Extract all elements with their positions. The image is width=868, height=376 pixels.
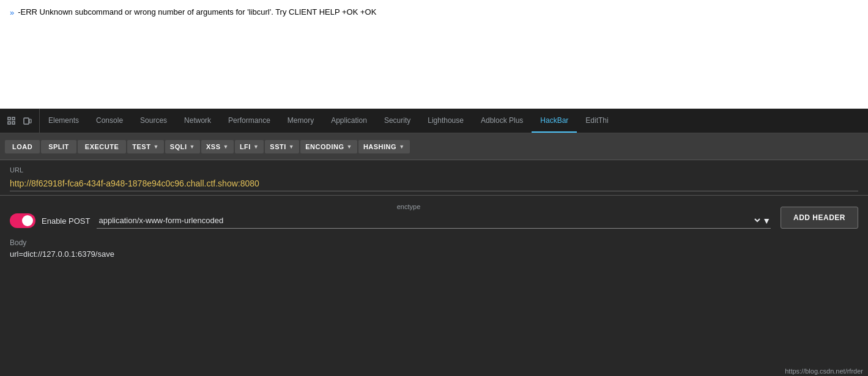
lfi-dropdown-arrow: ▼ <box>253 144 259 150</box>
status-bar: https://blog.csdn.net/rfrder <box>780 366 868 376</box>
ssti-dropdown-button[interactable]: SSTI ▼ <box>265 140 299 153</box>
post-left-group: enctype Enable POST application/x-www-fo… <box>10 203 771 229</box>
body-value[interactable]: url=dict://127.0.0.1:6379/save <box>10 249 858 259</box>
add-header-button[interactable]: ADD HEADER <box>781 207 858 229</box>
status-link[interactable]: https://blog.csdn.net/rfrder <box>785 367 863 375</box>
hackbar-content: LOAD SPLIT EXECUTE TEST ▼ SQLI ▼ XSS ▼ L… <box>0 133 868 376</box>
tab-sources[interactable]: Sources <box>132 109 176 133</box>
url-section: URL http://8f62918f-fca6-434f-a948-1878e… <box>0 160 868 196</box>
encoding-label: ENCODING <box>305 143 344 150</box>
sqli-label: SQLI <box>170 143 187 150</box>
xss-label: XSS <box>206 143 221 150</box>
hackbar-toolbar: LOAD SPLIT EXECUTE TEST ▼ SQLI ▼ XSS ▼ L… <box>0 133 868 160</box>
enable-post-toggle[interactable] <box>10 213 35 228</box>
enctype-label: enctype <box>46 203 771 210</box>
encoding-dropdown-arrow: ▼ <box>346 144 352 150</box>
ssti-dropdown-arrow: ▼ <box>289 144 294 150</box>
svg-rect-4 <box>24 118 29 124</box>
enctype-select[interactable]: application/x-www-form-urlencoded multip… <box>97 213 763 228</box>
browser-content-area: » -ERR Unknown subcommand or wrong numbe… <box>0 0 868 109</box>
select-arrow-icon: ▼ <box>762 216 771 226</box>
post-row: Enable POST application/x-www-form-urlen… <box>10 213 771 229</box>
tab-hackbar[interactable]: HackBar <box>532 109 577 133</box>
toggle-thumb <box>22 215 33 226</box>
sqli-dropdown-arrow: ▼ <box>190 144 195 150</box>
svg-rect-2 <box>12 117 15 120</box>
svg-rect-1 <box>8 122 10 124</box>
body-label: Body <box>10 238 858 247</box>
device-toolbar-icon[interactable] <box>21 114 34 128</box>
xss-dropdown-arrow: ▼ <box>223 144 228 150</box>
toggle-track <box>10 213 35 228</box>
tab-network[interactable]: Network <box>176 109 220 133</box>
tab-adblock-plus[interactable]: Adblock Plus <box>472 109 532 133</box>
devtools-icon-group <box>0 109 40 133</box>
test-label: TEST <box>132 143 150 150</box>
ssti-label: SSTI <box>270 143 286 150</box>
tab-editthi[interactable]: EditThi <box>577 109 617 133</box>
load-button[interactable]: LOAD <box>5 140 40 153</box>
sqli-dropdown-button[interactable]: SQLI ▼ <box>165 140 200 153</box>
tab-memory[interactable]: Memory <box>279 109 322 133</box>
body-section: Body url=dict://127.0.0.1:6379/save <box>0 234 868 261</box>
svg-rect-5 <box>29 119 31 123</box>
split-button[interactable]: SPLIT <box>41 140 76 153</box>
error-line: » -ERR Unknown subcommand or wrong numbe… <box>10 7 858 17</box>
hashing-dropdown-button[interactable]: HASHING ▼ <box>358 140 410 153</box>
tab-console[interactable]: Console <box>87 109 132 133</box>
enable-post-label: Enable POST <box>42 216 91 226</box>
error-text: -ERR Unknown subcommand or wrong number … <box>18 7 376 17</box>
devtools-tab-bar: Elements Console Sources Network Perform… <box>0 109 868 133</box>
lfi-label: LFI <box>240 143 251 150</box>
hashing-label: HASHING <box>363 143 396 150</box>
encoding-dropdown-button[interactable]: ENCODING ▼ <box>300 140 357 153</box>
enctype-select-wrapper: application/x-www-form-urlencoded multip… <box>97 213 771 229</box>
svg-rect-3 <box>12 122 15 124</box>
execute-button[interactable]: EXECUTE <box>78 140 126 153</box>
svg-rect-0 <box>8 117 10 120</box>
tab-application[interactable]: Application <box>322 109 376 133</box>
tab-lighthouse[interactable]: Lighthouse <box>419 109 472 133</box>
devtools-panel: Elements Console Sources Network Perform… <box>0 109 868 376</box>
xss-dropdown-button[interactable]: XSS ▼ <box>201 140 234 153</box>
test-dropdown-button[interactable]: TEST ▼ <box>127 140 164 153</box>
hashing-dropdown-arrow: ▼ <box>399 144 404 150</box>
url-label: URL <box>10 166 858 174</box>
error-icon: » <box>10 8 14 17</box>
url-value[interactable]: http://8f62918f-fca6-434f-a948-1878e94c0… <box>10 176 858 191</box>
test-dropdown-arrow: ▼ <box>153 144 158 150</box>
inspect-icon[interactable] <box>5 114 18 128</box>
tab-elements[interactable]: Elements <box>40 109 87 133</box>
lfi-dropdown-button[interactable]: LFI ▼ <box>235 140 264 153</box>
post-section: enctype Enable POST application/x-www-fo… <box>0 196 868 234</box>
tab-performance[interactable]: Performance <box>220 109 279 133</box>
tab-security[interactable]: Security <box>376 109 419 133</box>
